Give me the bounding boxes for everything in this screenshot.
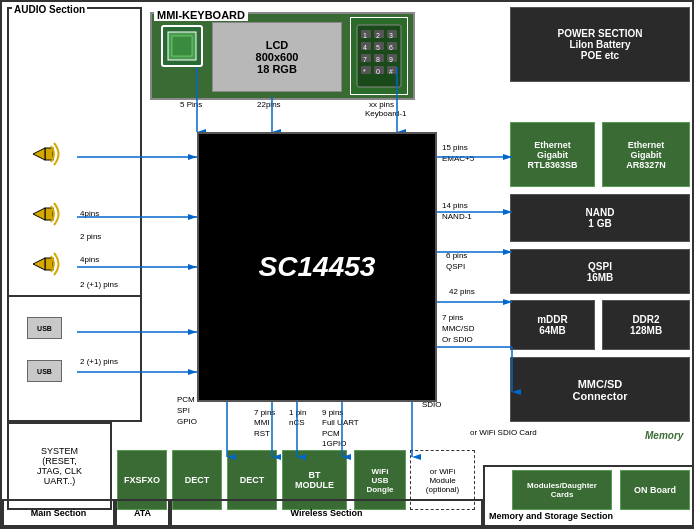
svg-text:1: 1 — [363, 32, 367, 39]
eth2-line1: Ethernet — [626, 140, 666, 150]
qspi-line2: 16MB — [587, 272, 614, 283]
wifi-mod-line3: (optional) — [426, 485, 459, 494]
p1pin: 1 pin — [289, 408, 306, 417]
svg-text:8: 8 — [376, 56, 380, 63]
svg-text:7: 7 — [363, 56, 367, 63]
pin-xx: xx pins — [369, 100, 394, 109]
svg-text:6: 6 — [389, 44, 393, 51]
svg-rect-31 — [172, 36, 192, 56]
ata-section-border: ATA — [115, 499, 170, 527]
pin-wifi-sdio: or WiFi SDIO Card — [470, 428, 537, 437]
pin-qspi: QSPI — [446, 262, 465, 271]
eth1-line2: Gigabit — [527, 150, 577, 160]
mddr-line1: mDDR — [537, 314, 568, 325]
power-line1: POWER SECTION — [557, 28, 642, 39]
speaker-2 — [27, 200, 69, 228]
lcd-line3: 18 RGB — [256, 63, 299, 75]
svg-text:5: 5 — [376, 44, 380, 51]
pin-mmcsd: MMC/SD — [442, 324, 474, 333]
pin-9-full: 9 pins Full UART PCM 1GPIO — [322, 408, 359, 450]
p7mmi: 7 pins — [254, 408, 275, 417]
prst: RST — [254, 429, 270, 438]
svg-text:2: 2 — [376, 32, 380, 39]
svg-text:9: 9 — [389, 56, 393, 63]
mmcsd-line2: Connector — [573, 390, 628, 402]
p9: 9 pins — [322, 408, 343, 417]
wifi-mod-line1: or WiFi — [430, 467, 455, 476]
wifi-mod-line2: Module — [429, 476, 455, 485]
system-line4: UART..) — [44, 476, 75, 486]
wireless-section-border: Wireless Section — [170, 499, 483, 527]
wifi-dongle-line1: WiFi — [372, 467, 389, 476]
svg-text:3: 3 — [389, 32, 393, 39]
pin-42: 42 pins — [449, 287, 475, 296]
svg-marker-24 — [33, 148, 45, 160]
ppcm2: PCM — [322, 429, 340, 438]
pin-kb1: Keyboard-1 — [365, 109, 406, 118]
svg-text:*: * — [363, 68, 366, 75]
pin-orsdio: Or SDIO — [442, 335, 473, 344]
power-line2: LiIon Battery — [557, 39, 642, 50]
memory-storage-label: Memory and Storage Section — [489, 511, 613, 521]
pin-14-nand: 14 pins NAND-1 — [442, 200, 472, 222]
mddr-box: mDDR 64MB — [510, 300, 595, 350]
svg-text:4: 4 — [363, 44, 367, 51]
svg-rect-23 — [45, 148, 53, 160]
pin-7mmi: 7 pins MMI RST — [254, 408, 275, 439]
main-section-label: Main Section — [31, 508, 87, 518]
ddr2-line1: DDR2 — [630, 314, 662, 325]
svg-text:0: 0 — [376, 68, 380, 75]
dect2-label: DECT — [240, 475, 265, 485]
mddr-line2: 64MB — [537, 325, 568, 336]
svg-rect-25 — [45, 208, 53, 220]
system-line2: (RESET, — [42, 456, 77, 466]
pin-7: 7 pins — [442, 313, 463, 322]
qspi-box: QSPI 16MB — [510, 249, 690, 294]
pncs: nCS — [289, 418, 305, 427]
pcm-label: PCMSPIGPIO — [177, 395, 197, 426]
wireless-section-label: Wireless Section — [291, 508, 363, 518]
speaker-3 — [27, 250, 69, 278]
lcd-line2: 800x600 — [256, 51, 299, 63]
nand-line2: 1 GB — [586, 218, 615, 229]
pin-14: 14 pins — [442, 201, 468, 210]
lcd-line1: LCD — [256, 39, 299, 51]
pin-7mmc: 7 pins MMC/SD Or SDIO — [442, 312, 474, 346]
usb-section-area — [7, 297, 142, 422]
speaker-1 — [27, 140, 69, 168]
wifi-dongle-line3: Dongle — [366, 485, 393, 494]
wifi-dongle-line2: USB — [372, 476, 389, 485]
main-diagram: AUDIO Section 4pins 2 pins 4pins — [0, 0, 694, 529]
bt-line1: BT — [309, 470, 321, 480]
pin-15: 15 pins — [442, 143, 468, 152]
mmi-keyboard-label: MMI-KEYBOARD — [154, 9, 248, 21]
eth1-line3: RTL8363SB — [527, 160, 577, 170]
main-chip: SC14453 — [197, 132, 437, 402]
pin-2p1-a: 2 (+1) pins — [80, 280, 118, 289]
pin-15-emac: 15 pins EMAC+5 — [442, 142, 474, 164]
mmi-numpad-icon: 1 2 3 4 5 6 7 8 9 * 0 # — [350, 17, 408, 95]
svg-text:#: # — [389, 68, 393, 75]
audio-section-label: AUDIO Section — [12, 4, 87, 15]
mmcsd-line1: MMC/SD — [573, 378, 628, 390]
pin-6: 6 pins — [446, 251, 467, 260]
pfull: Full UART — [322, 418, 359, 427]
system-line3: JTAG, CLK — [37, 466, 82, 476]
p1gpio: 1GPIO — [322, 439, 346, 448]
fxsfxo-label: FXSFXO — [124, 475, 160, 485]
pmmi: MMI — [254, 418, 270, 427]
lcd-box: LCD 800x600 18 RGB — [212, 22, 342, 92]
pin-2pins-a: 2 pins — [80, 232, 101, 241]
ddr2-box: DDR2 128MB — [602, 300, 690, 350]
memory-italic-label: Memory — [645, 430, 683, 441]
mmi-touch-icon — [157, 20, 207, 92]
pin-4pins-b: 4pins — [80, 255, 99, 264]
mmcsd-box: MMC/SD Connector — [510, 357, 690, 422]
power-line3: POE etc — [557, 50, 642, 61]
svg-rect-27 — [45, 258, 53, 270]
pin-5pins: 5 Pins — [180, 100, 202, 109]
pin-nand1: NAND-1 — [442, 212, 472, 221]
chip-name: SC14453 — [259, 251, 376, 283]
system-box: SYSTEM (RESET, JTAG, CLK UART..) — [7, 422, 112, 510]
power-section-box: POWER SECTION LiIon Battery POE etc — [510, 7, 690, 82]
